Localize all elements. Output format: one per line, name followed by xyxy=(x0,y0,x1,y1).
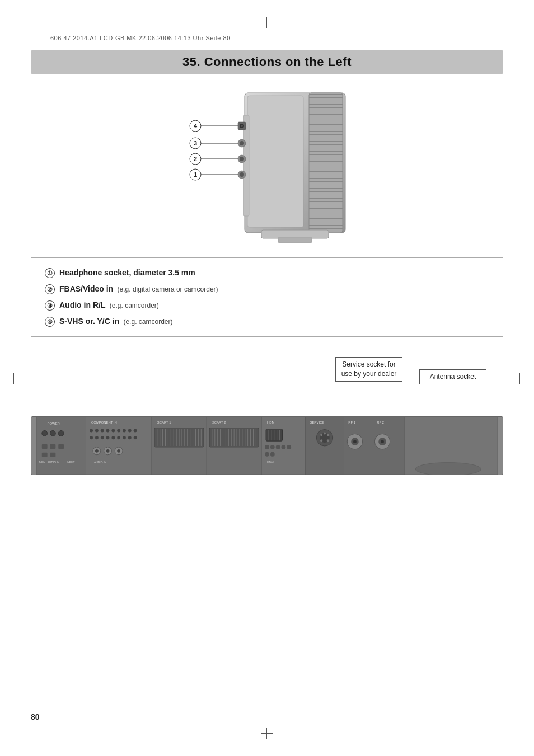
antenna-socket-callout: Antenna socket xyxy=(419,369,486,384)
svg-rect-7 xyxy=(243,115,249,216)
svg-point-123 xyxy=(282,445,286,449)
svg-point-52 xyxy=(117,429,120,433)
desc-note-2: (e.g. digital camera or camcorder) xyxy=(115,284,218,294)
svg-text:HDMI: HDMI xyxy=(267,421,275,424)
callout-area: Service socket for use by your dealer An… xyxy=(31,353,503,414)
svg-point-53 xyxy=(123,429,126,433)
svg-point-55 xyxy=(134,429,137,433)
svg-rect-41 xyxy=(50,453,56,457)
desc-item-4: ④ S-VHS or. Y/C in (e.g. camcorder) xyxy=(45,316,489,327)
svg-point-135 xyxy=(320,439,322,442)
svg-rect-45 xyxy=(86,417,152,475)
svg-point-122 xyxy=(276,445,280,449)
svg-point-68 xyxy=(106,449,110,453)
svg-point-70 xyxy=(117,449,120,453)
antenna-line-v xyxy=(465,387,465,411)
tv-illustration-container: 4 3 2 1 xyxy=(31,87,503,244)
desc-label-1: Headphone socket, diameter 3.5 mm xyxy=(59,267,195,279)
svg-point-49 xyxy=(101,429,104,433)
service-socket-label-line2: use by your dealer xyxy=(341,370,397,378)
page-number: 80 xyxy=(31,712,40,721)
antenna-socket-label: Antenna socket xyxy=(430,373,476,381)
desc-item-1: ① Headphone socket, diameter 3.5 mm xyxy=(45,267,489,279)
desc-num-2: ② xyxy=(45,284,55,294)
svg-point-57 xyxy=(95,436,99,439)
svg-rect-40 xyxy=(42,453,48,457)
svg-point-34 xyxy=(42,431,48,436)
svg-point-59 xyxy=(106,436,110,439)
svg-rect-1 xyxy=(247,96,303,227)
reg-mark-left xyxy=(8,373,20,384)
desc-note-3: (e.g. camcorder) xyxy=(107,300,158,311)
reg-mark-top xyxy=(261,17,273,28)
svg-text:AUDIO IN: AUDIO IN xyxy=(48,461,60,464)
svg-point-66 xyxy=(95,449,99,453)
svg-point-35 xyxy=(50,431,56,436)
svg-text:COMPONENT IN: COMPONENT IN xyxy=(91,421,117,424)
svg-point-64 xyxy=(134,436,137,439)
svg-text:1: 1 xyxy=(194,171,197,178)
svg-text:RF 1: RF 1 xyxy=(348,421,355,424)
service-socket-callout: Service socket for use by your dealer xyxy=(335,357,402,382)
service-line-v xyxy=(383,381,383,411)
svg-point-121 xyxy=(270,445,275,449)
svg-point-50 xyxy=(106,429,110,433)
svg-point-125 xyxy=(265,452,269,457)
bottom-section: Service socket for use by your dealer An… xyxy=(31,353,503,475)
page-border-top xyxy=(17,31,517,31)
svg-text:SERVICE: SERVICE xyxy=(310,421,325,424)
svg-text:SCART 2: SCART 2 xyxy=(212,421,226,424)
svg-point-56 xyxy=(90,436,93,439)
svg-point-147 xyxy=(415,462,481,475)
svg-point-133 xyxy=(324,432,326,434)
desc-num-3: ③ xyxy=(45,300,55,311)
reg-mark-right xyxy=(514,373,526,384)
rear-panel-svg: POWER MEN AUDIO IN INPUT COMPONENT IN xyxy=(31,416,503,475)
svg-point-134 xyxy=(327,434,329,436)
svg-point-62 xyxy=(123,436,126,439)
section-title: 35. Connections on the Left xyxy=(42,55,492,69)
desc-item-3: ③ Audio in R/L (e.g. camcorder) xyxy=(45,299,489,311)
svg-point-132 xyxy=(320,434,322,436)
service-socket-label-line1: Service socket for xyxy=(342,360,395,368)
svg-rect-39 xyxy=(58,444,64,449)
svg-point-51 xyxy=(111,429,115,433)
svg-text:POWER: POWER xyxy=(48,422,60,425)
desc-num-1: ① xyxy=(45,268,55,278)
svg-point-54 xyxy=(128,429,132,433)
svg-point-126 xyxy=(270,452,275,457)
svg-text:RF 2: RF 2 xyxy=(377,421,384,424)
svg-point-36 xyxy=(58,431,64,436)
svg-point-48 xyxy=(95,429,99,433)
svg-point-61 xyxy=(117,436,120,439)
svg-rect-37 xyxy=(42,444,48,449)
page-border-bottom xyxy=(17,725,517,725)
page-content: 35. Connections on the Left xyxy=(31,50,503,717)
svg-point-58 xyxy=(101,436,104,439)
tv-side-svg: 4 3 2 1 xyxy=(161,87,373,244)
svg-text:SCART 1: SCART 1 xyxy=(157,421,171,424)
svg-point-145 xyxy=(381,440,384,443)
svg-point-16 xyxy=(240,172,244,177)
svg-text:MEN: MEN xyxy=(39,461,45,464)
svg-text:INPUT: INPUT xyxy=(67,461,75,464)
reg-mark-bottom xyxy=(261,728,273,739)
svg-rect-38 xyxy=(50,444,56,449)
svg-point-136 xyxy=(327,439,329,442)
svg-point-120 xyxy=(265,445,269,449)
svg-text:2: 2 xyxy=(194,156,197,162)
svg-point-63 xyxy=(128,436,132,439)
svg-rect-18 xyxy=(278,237,312,243)
svg-text:4: 4 xyxy=(194,123,198,129)
section-title-bar: 35. Connections on the Left xyxy=(31,50,503,74)
svg-point-10 xyxy=(241,125,243,127)
svg-point-124 xyxy=(287,445,291,449)
svg-point-142 xyxy=(353,440,357,443)
descriptions-box: ① Headphone socket, diameter 3.5 mm ② FB… xyxy=(31,257,503,337)
desc-label-3: Audio in R/L xyxy=(59,299,105,311)
svg-text:HDMI: HDMI xyxy=(267,461,274,464)
svg-text:AUDIO IN: AUDIO IN xyxy=(94,461,106,464)
svg-point-14 xyxy=(240,157,244,161)
desc-num-4: ④ xyxy=(45,317,55,327)
svg-point-47 xyxy=(90,429,93,433)
